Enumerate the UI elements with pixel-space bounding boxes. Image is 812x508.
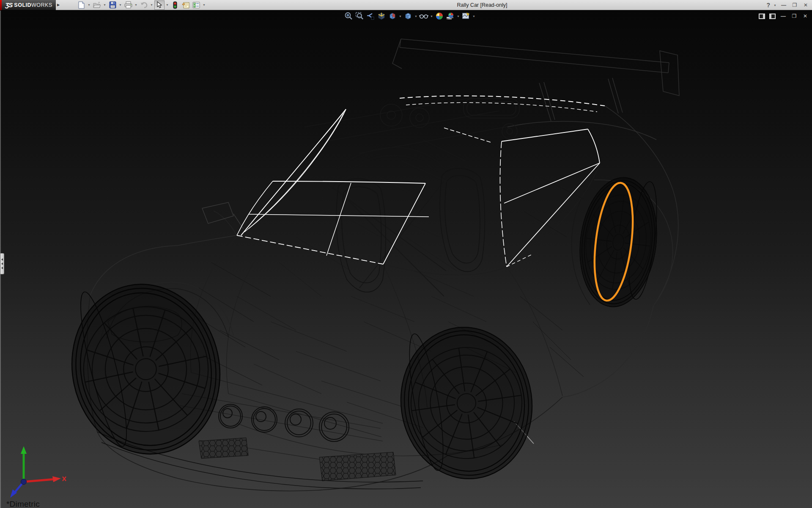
help-dropdown[interactable]: ▼ xyxy=(774,4,776,7)
display-style-dropdown[interactable]: ▼ xyxy=(414,11,418,21)
view-settings-dropdown[interactable]: ▼ xyxy=(472,11,476,21)
options-checklist-icon xyxy=(192,2,200,8)
doc-restore-button[interactable]: ❐ xyxy=(791,13,798,19)
solidworks-logo-glyph: ƷS xyxy=(5,1,12,8)
file-properties-button[interactable] xyxy=(181,0,191,10)
hide-show-dropdown[interactable]: ▼ xyxy=(430,11,433,21)
standard-toolbar: ▼ ▼ ▼ xyxy=(76,0,206,10)
section-view-button[interactable] xyxy=(376,11,387,21)
brand-light: WORKS xyxy=(31,2,52,8)
printer-icon xyxy=(124,1,132,8)
eyeglasses-icon xyxy=(419,12,428,20)
collapse-arrow-icon xyxy=(1,262,3,265)
section-view-icon xyxy=(377,12,386,20)
show-right-pane-icon[interactable] xyxy=(769,14,776,19)
menu-flyout-arrow[interactable]: ▶ xyxy=(56,0,61,10)
open-folder-icon xyxy=(93,2,101,8)
view-orientation-button[interactable] xyxy=(387,11,398,21)
view-orientation-dropdown[interactable]: ▼ xyxy=(398,11,402,21)
save-dropdown[interactable]: ▼ xyxy=(118,0,123,10)
zoom-fit-icon xyxy=(344,12,353,20)
zoom-area-icon xyxy=(355,12,364,20)
select-cursor-icon xyxy=(156,1,162,8)
doc-close-button[interactable]: ✕ xyxy=(802,13,809,19)
undo-button[interactable] xyxy=(139,0,149,10)
print-dropdown[interactable]: ▼ xyxy=(134,0,138,10)
previous-view-icon xyxy=(366,12,375,20)
solidworks-window: ƷS SOLIDWORKS ▶ ▼ ▼ xyxy=(0,0,812,508)
appearance-ball-icon xyxy=(435,12,444,20)
new-document-icon xyxy=(78,1,85,9)
view-settings-icon xyxy=(462,12,470,20)
document-title: Rally Car [Read-only] xyxy=(406,0,558,10)
restore-button[interactable]: ❐ xyxy=(791,2,798,8)
zoom-to-area-button[interactable] xyxy=(354,11,365,21)
undo-arrow-icon xyxy=(140,1,148,8)
orientation-triad xyxy=(4,440,76,504)
zoom-to-fit-button[interactable] xyxy=(343,11,354,21)
apply-scene-button[interactable] xyxy=(445,11,455,21)
brand-bold: SOLID xyxy=(14,2,31,8)
options-dropdown[interactable]: ▼ xyxy=(202,0,206,10)
open-dropdown[interactable]: ▼ xyxy=(102,0,107,10)
window-controls: ? ▼ — ❐ ✕ xyxy=(767,0,810,10)
triad-origin xyxy=(21,479,27,485)
solidworks-logo: ƷS SOLIDWORKS xyxy=(2,0,56,10)
display-style-button[interactable] xyxy=(403,11,413,21)
print-button[interactable] xyxy=(123,0,133,10)
rebuild-button[interactable] xyxy=(170,0,180,10)
show-left-pane-icon[interactable] xyxy=(759,14,765,19)
view-settings-button[interactable] xyxy=(461,11,471,21)
options-button[interactable] xyxy=(191,0,201,10)
viewport-canvas[interactable] xyxy=(0,0,812,508)
open-button[interactable] xyxy=(92,0,102,10)
close-button[interactable]: ✕ xyxy=(802,2,809,8)
x-axis-arrow xyxy=(52,476,61,482)
minimize-button[interactable]: — xyxy=(780,2,787,8)
feature-pane-collapse-tab[interactable] xyxy=(0,253,4,274)
select-button[interactable] xyxy=(154,0,165,10)
new-document-button[interactable] xyxy=(76,0,86,10)
select-dropdown[interactable]: ▼ xyxy=(165,0,170,10)
help-button[interactable]: ? xyxy=(767,2,771,8)
traffic-light-icon xyxy=(173,1,177,9)
view-orientation-icon xyxy=(388,12,397,20)
collapse-arrow-icon xyxy=(1,267,3,269)
x-axis-label xyxy=(63,477,66,481)
edit-appearance-button[interactable] xyxy=(434,11,444,21)
collapse-arrow-icon xyxy=(1,258,3,261)
save-button[interactable] xyxy=(107,0,118,10)
grille-mesh xyxy=(199,438,396,481)
scene-ball-icon xyxy=(446,12,455,20)
heads-up-view-toolbar: ▼ ▼ ▼ xyxy=(343,11,476,21)
menu-bar: ƷS SOLIDWORKS ▶ ▼ ▼ xyxy=(0,0,812,10)
save-floppy-icon xyxy=(109,1,116,8)
file-properties-icon xyxy=(182,1,190,8)
undo-dropdown[interactable]: ▼ xyxy=(149,0,154,10)
document-window-controls: — ❐ ✕ xyxy=(759,12,809,20)
rear-left-wheel[interactable] xyxy=(391,319,542,487)
y-axis-arrow xyxy=(21,446,27,454)
new-dropdown[interactable]: ▼ xyxy=(87,0,91,10)
apply-scene-dropdown[interactable]: ▼ xyxy=(456,11,460,21)
hide-show-items-button[interactable] xyxy=(419,11,429,21)
front-left-wheel[interactable] xyxy=(56,271,235,468)
doc-minimize-button[interactable]: — xyxy=(780,13,787,19)
display-style-cube-icon xyxy=(404,12,412,20)
previous-view-button[interactable] xyxy=(365,11,376,21)
view-orientation-label: *Dimetric xyxy=(6,500,40,508)
